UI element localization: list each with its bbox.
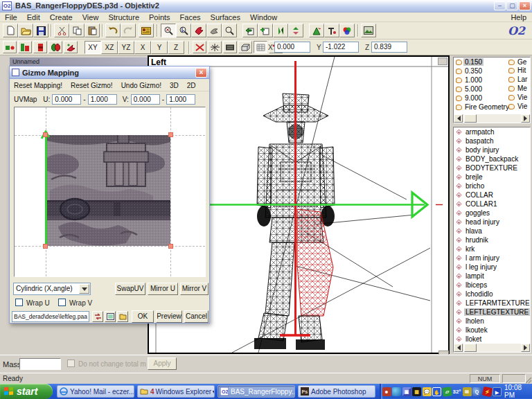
menu-create[interactable]: Create bbox=[45, 13, 78, 21]
axis-xz-button[interactable]: XZ bbox=[101, 41, 118, 54]
texture-preview[interactable] bbox=[46, 135, 170, 246]
lod-row[interactable]: Fire GeometryVie bbox=[454, 103, 530, 112]
surface-add-button[interactable] bbox=[258, 24, 273, 37]
objects-mode-button[interactable] bbox=[33, 41, 47, 53]
list-item[interactable]: lampit bbox=[454, 272, 530, 281]
menu-file[interactable]: File bbox=[0, 13, 22, 21]
reset-gizmo-menu[interactable]: Reset Gizmo! bbox=[66, 82, 117, 89]
list-item[interactable]: hlava bbox=[454, 227, 530, 236]
list-item[interactable]: lkoutek bbox=[454, 326, 530, 335]
uv-handle-tr[interactable] bbox=[168, 132, 173, 137]
lod-hscrollbar[interactable] bbox=[454, 114, 530, 123]
scroll-left-button[interactable] bbox=[454, 344, 463, 352]
surface-paste-button[interactable] bbox=[242, 24, 258, 37]
open-file-button[interactable] bbox=[18, 24, 33, 37]
mass-input[interactable] bbox=[19, 358, 61, 370]
box-3d-button[interactable] bbox=[238, 41, 252, 53]
taskbar-clock[interactable]: 10:08 PM bbox=[504, 384, 532, 399]
globe-icon[interactable] bbox=[392, 387, 401, 396]
merge-points-button[interactable] bbox=[208, 41, 222, 53]
measure-button[interactable] bbox=[223, 41, 237, 53]
pin-points-button[interactable] bbox=[324, 24, 339, 37]
vertex-lighting-button[interactable] bbox=[309, 24, 324, 37]
uv-preview-area[interactable] bbox=[14, 107, 206, 277]
menu-help[interactable]: Help bbox=[511, 13, 526, 21]
taskbar-task-explorer[interactable]: 4 Windows Explorer ▼ bbox=[137, 385, 215, 398]
taskbar-task-photoshop[interactable]: Ps Adobe Photoshop bbox=[298, 385, 375, 398]
start-button[interactable]: start bbox=[0, 384, 53, 399]
selection-list[interactable]: armpatch baspatch body injury BODY_backp… bbox=[453, 127, 531, 353]
hand-icon[interactable]: ✋ bbox=[432, 387, 441, 396]
paste-button[interactable] bbox=[85, 24, 100, 37]
list-item[interactable]: l arm injury bbox=[454, 254, 530, 263]
list-item[interactable]: l leg injury bbox=[454, 263, 530, 272]
browse-texture-icon[interactable] bbox=[117, 311, 128, 322]
v-from-field[interactable]: 0.000 bbox=[131, 94, 160, 105]
swap-uv-button[interactable]: SwapUV bbox=[115, 283, 145, 295]
axis-z-button[interactable]: Z bbox=[168, 41, 184, 54]
users-icon[interactable]: ☻ bbox=[382, 387, 391, 396]
player-icon[interactable]: ▶ bbox=[493, 387, 502, 396]
menu-window[interactable]: Window bbox=[245, 13, 282, 21]
undo-gizmo-menu[interactable]: Undo Gizmo! bbox=[117, 82, 166, 89]
uv-handle-br[interactable] bbox=[168, 244, 173, 249]
cancel-button[interactable]: Cancel bbox=[184, 310, 209, 323]
chevron-down-icon[interactable] bbox=[79, 284, 89, 294]
temperature-icon[interactable]: 32° bbox=[452, 387, 461, 396]
browser-icon[interactable]: Q bbox=[472, 387, 481, 396]
new-file-button[interactable] bbox=[3, 24, 18, 37]
lod-list[interactable]: 0.150Ge 0.350Hit 1.000Lar 5.000Me 9.000V… bbox=[453, 57, 531, 123]
axis-xy-button[interactable]: XY bbox=[85, 41, 101, 54]
swap-texture-icon[interactable] bbox=[92, 311, 103, 322]
lod-row[interactable]: 9.000Vie bbox=[454, 94, 530, 103]
list-item[interactable]: lchodidlo bbox=[454, 290, 530, 299]
lod-row[interactable]: 1.000Lar bbox=[454, 76, 530, 85]
points-mode-button[interactable] bbox=[3, 41, 17, 53]
lod-row[interactable]: 0.150Ge bbox=[454, 57, 530, 66]
pan-tool[interactable] bbox=[206, 24, 222, 37]
coord-z-value[interactable]: 0.839 bbox=[371, 42, 407, 53]
menu-2d[interactable]: 2D bbox=[183, 82, 200, 89]
components-mode-button[interactable] bbox=[48, 41, 62, 53]
face-color-button[interactable] bbox=[339, 24, 355, 37]
selection-hscrollbar[interactable] bbox=[454, 343, 530, 352]
save-button[interactable] bbox=[33, 24, 48, 37]
reset-mapping-menu[interactable]: Reset Mapping! bbox=[10, 82, 66, 89]
list-item[interactable]: body injury bbox=[454, 145, 530, 154]
lod-row[interactable]: 5.000Me bbox=[454, 85, 530, 94]
select-arrow-tool[interactable] bbox=[176, 24, 191, 37]
id-badge-button[interactable] bbox=[139, 24, 154, 37]
list-item[interactable]: LEFTARMTEXTURE bbox=[454, 299, 530, 308]
menu-edit[interactable]: Edit bbox=[22, 13, 45, 21]
list-item[interactable]: COLLAR1 bbox=[454, 200, 530, 209]
axis-x-button[interactable]: X bbox=[134, 41, 151, 54]
list-item[interactable]: brejle bbox=[454, 172, 530, 181]
scroll-right-button[interactable] bbox=[521, 114, 530, 123]
mirror-u-button[interactable]: Mirror U bbox=[148, 283, 178, 295]
film-icon[interactable]: ▦ bbox=[412, 387, 421, 396]
wrap-u-checkbox[interactable] bbox=[15, 299, 23, 306]
background-texture-button[interactable] bbox=[361, 24, 376, 37]
list-item[interactable]: bricho bbox=[454, 181, 530, 190]
mirror-v-button[interactable]: Mirror V bbox=[180, 283, 209, 295]
texture-path-field[interactable]: BAS_derad\dese\leftleg.paa bbox=[12, 311, 89, 322]
list-item[interactable]: lbiceps bbox=[454, 281, 530, 290]
gizmo-v-axis[interactable] bbox=[45, 135, 47, 246]
card-icon[interactable]: ▱ bbox=[442, 387, 452, 397]
taskbar-task-objektiv[interactable]: O2 BAS_RangerFloppy... bbox=[218, 385, 295, 398]
uv-handle-tl[interactable] bbox=[43, 132, 48, 137]
scroll-thumb[interactable] bbox=[464, 344, 477, 352]
list-item[interactable]: BODYTEXTURE bbox=[454, 163, 530, 172]
windows-icon[interactable]: ▣ bbox=[402, 387, 411, 396]
preview-button[interactable]: Preview bbox=[156, 310, 182, 323]
menu-surfaces[interactable]: Surfaces bbox=[206, 13, 245, 21]
dialog-close-button[interactable]: × bbox=[195, 68, 207, 78]
mail-icon[interactable]: ✉ bbox=[463, 387, 472, 396]
lasso-select-tool[interactable] bbox=[191, 24, 206, 37]
u-from-field[interactable]: 0.000 bbox=[52, 94, 81, 105]
uv-handle-bl[interactable] bbox=[43, 244, 48, 249]
texture-list-icon[interactable] bbox=[105, 311, 116, 322]
zoom-tool[interactable] bbox=[222, 24, 237, 37]
dialog-titlebar[interactable]: Gizmo Mapping × bbox=[10, 66, 209, 79]
list-item[interactable]: hrudnik bbox=[454, 236, 530, 245]
